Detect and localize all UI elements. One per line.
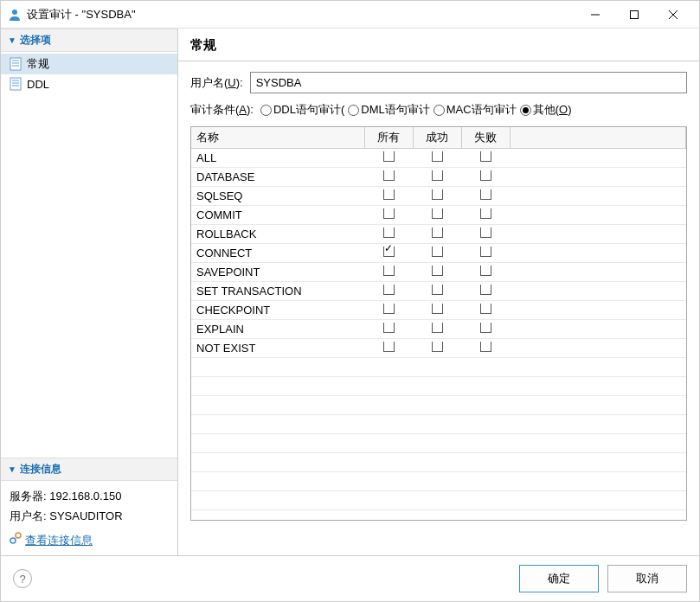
cell-fail[interactable] [461, 320, 510, 339]
username-input[interactable] [250, 72, 687, 93]
cell-all[interactable] [364, 168, 413, 187]
cell-success[interactable] [413, 225, 461, 244]
checkbox-icon [383, 208, 395, 219]
cell-success[interactable] [413, 244, 461, 263]
dialog-footer: ? 确定 取消 [1, 555, 699, 601]
cell-success[interactable] [413, 320, 461, 339]
cell-name: DATABASE [191, 168, 364, 187]
checkbox-icon [480, 304, 491, 314]
cell-all[interactable] [364, 206, 413, 225]
cell-fail[interactable] [461, 244, 510, 263]
cell-success[interactable] [413, 149, 461, 168]
cell-success[interactable] [413, 187, 461, 206]
cell-name: SQLSEQ [191, 187, 364, 206]
checkbox-icon [383, 151, 395, 162]
col-success[interactable]: 成功 [413, 127, 461, 149]
table-row[interactable]: SAVEPOINT [191, 263, 686, 282]
sidebar-section-options[interactable]: ▼ 选择项 [1, 29, 177, 52]
table-row[interactable]: DATABASE [191, 168, 686, 187]
collapse-icon: ▼ [8, 35, 16, 45]
table-row[interactable]: ROLLBACK [191, 225, 686, 244]
checkbox-icon [480, 266, 491, 276]
cell-all[interactable] [364, 282, 413, 301]
sidebar-item[interactable]: 常规 [1, 54, 177, 74]
window-controls [575, 2, 692, 28]
sidebar-items: 常规DDL [1, 52, 177, 95]
radio-option[interactable]: DML语句审计 [348, 102, 429, 118]
checkbox-icon [383, 227, 395, 238]
cell-name: CONNECT [191, 244, 364, 263]
sidebar-item[interactable]: DDL [1, 74, 177, 93]
cell-all[interactable] [364, 187, 413, 206]
svg-rect-2 [630, 10, 638, 18]
cell-name: ALL [191, 149, 364, 168]
radio-icon [520, 105, 531, 116]
help-button[interactable]: ? [13, 569, 32, 588]
col-spacer [510, 127, 686, 149]
close-button[interactable] [653, 2, 692, 28]
username-row: 用户名(U): [190, 72, 687, 93]
cancel-button[interactable]: 取消 [607, 565, 687, 592]
cell-all[interactable] [364, 263, 413, 282]
page-icon [10, 77, 22, 91]
cell-success[interactable] [413, 339, 461, 358]
radio-option[interactable]: DDL语句审计( [260, 102, 344, 118]
svg-point-13 [10, 538, 16, 543]
form-area: 用户名(U): 审计条件(A): DDL语句审计(DML语句审计MAC语句审计其… [178, 61, 699, 126]
cell-success[interactable] [413, 168, 461, 187]
svg-point-14 [16, 533, 21, 538]
cell-fail[interactable] [461, 225, 510, 244]
window-title: 设置审计 - "SYSDBA" [27, 7, 575, 22]
cell-success[interactable] [413, 282, 461, 301]
cell-fail[interactable] [461, 168, 510, 187]
cell-name: CHECKPOINT [191, 301, 364, 320]
cell-fail[interactable] [461, 206, 510, 225]
cell-all[interactable] [364, 149, 413, 168]
cell-success[interactable] [413, 206, 461, 225]
cell-fail[interactable] [461, 149, 510, 168]
table-row[interactable]: SQLSEQ [191, 187, 686, 206]
sidebar-section-label: 连接信息 [20, 462, 61, 477]
minimize-button[interactable] [575, 2, 614, 28]
cell-fail[interactable] [461, 282, 510, 301]
cell-fail[interactable] [461, 187, 510, 206]
titlebar: 设置审计 - "SYSDBA" [1, 1, 699, 29]
checkbox-icon [480, 285, 491, 295]
table-row[interactable]: SET TRANSACTION [191, 282, 686, 301]
audit-table: 名称 所有 成功 失败 ALLDATABASESQLSEQCOMMITROLLB… [191, 127, 686, 510]
checkbox-icon [432, 247, 443, 257]
cell-all[interactable] [364, 244, 413, 263]
checkbox-icon [480, 208, 491, 219]
table-row[interactable]: NOT EXIST [191, 339, 686, 358]
cell-success[interactable] [413, 263, 461, 282]
cell-fail[interactable] [461, 301, 510, 320]
cell-name: SET TRANSACTION [191, 282, 364, 301]
table-row[interactable]: COMMIT [191, 206, 686, 225]
cell-name: EXPLAIN [191, 320, 364, 339]
cell-fail[interactable] [461, 263, 510, 282]
cell-all[interactable] [364, 339, 413, 358]
col-fail[interactable]: 失败 [461, 127, 510, 149]
table-row[interactable]: CHECKPOINT [191, 301, 686, 320]
cell-name: ROLLBACK [191, 225, 364, 244]
radio-option[interactable]: 其他(O) [520, 102, 572, 118]
sidebar-section-connection[interactable]: ▼ 连接信息 [1, 458, 177, 481]
cell-all[interactable] [364, 320, 413, 339]
table-row[interactable]: CONNECT [191, 244, 686, 263]
table-row[interactable]: EXPLAIN [191, 320, 686, 339]
table-row[interactable]: ALL [191, 149, 686, 168]
checkbox-icon [383, 285, 395, 295]
table-row-empty [191, 472, 686, 491]
ok-button[interactable]: 确定 [519, 565, 599, 592]
view-connection-link[interactable]: 查看连接信息 [10, 530, 169, 550]
audit-condition-radios: DDL语句审计(DML语句审计MAC语句审计其他(O) [260, 102, 572, 118]
cell-success[interactable] [413, 301, 461, 320]
cell-all[interactable] [364, 301, 413, 320]
cell-all[interactable] [364, 225, 413, 244]
radio-option[interactable]: MAC语句审计 [433, 102, 517, 118]
col-name[interactable]: 名称 [191, 127, 364, 149]
cell-fail[interactable] [461, 339, 510, 358]
maximize-button[interactable] [614, 2, 653, 28]
col-all[interactable]: 所有 [364, 127, 413, 149]
checkbox-icon [383, 304, 395, 314]
